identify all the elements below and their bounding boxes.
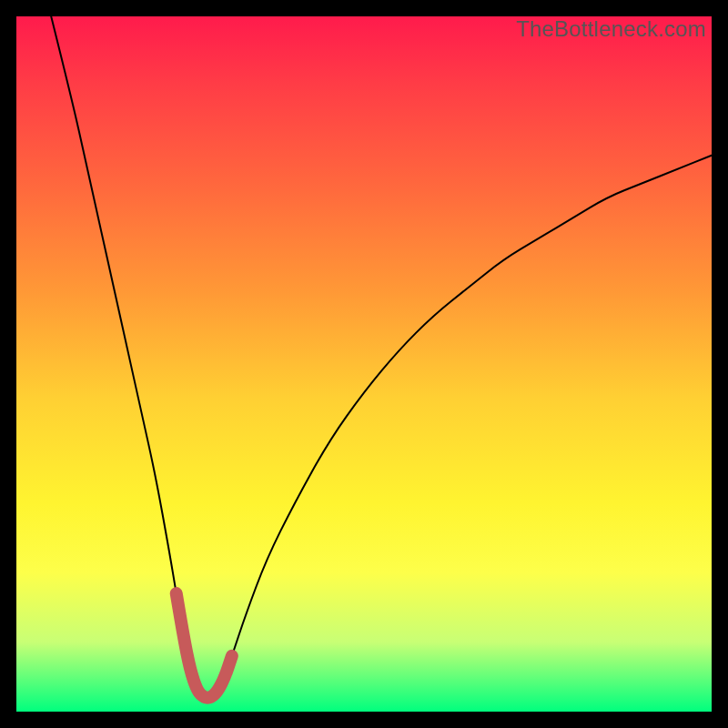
- bottleneck-curve-path: [51, 16, 712, 698]
- bottleneck-chart: [16, 16, 712, 712]
- optimal-band-marker-path: [177, 593, 232, 698]
- chart-area: TheBottleneck.com: [16, 16, 712, 712]
